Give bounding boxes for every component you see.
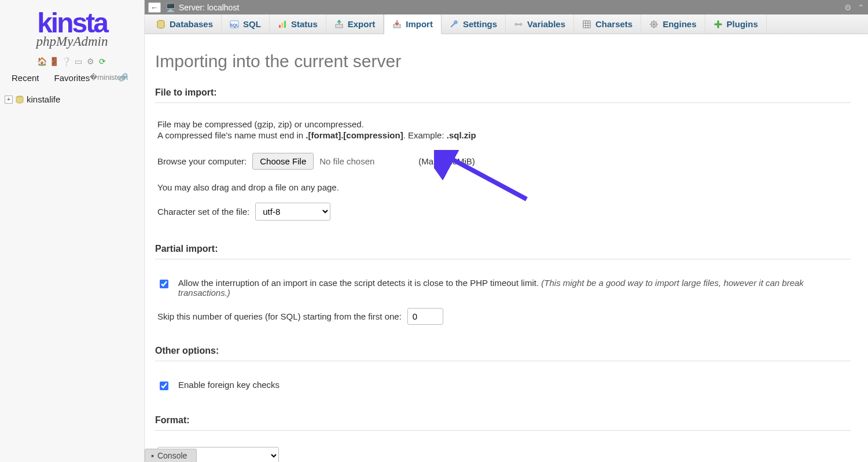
file-hint1: File may be compressed (gzip, zip) or un…: [157, 119, 848, 129]
file-hint2: A compressed file's name must end in .[f…: [157, 130, 848, 140]
expand-icon[interactable]: +: [5, 96, 13, 104]
databases-icon: [156, 20, 165, 29]
settings-icon[interactable]: ⚙: [86, 56, 95, 66]
partial-legend: Partial import:: [155, 244, 851, 254]
svg-point-13: [653, 23, 655, 25]
tab-settings[interactable]: Settings: [442, 14, 506, 34]
other-legend: Other options:: [155, 346, 851, 356]
brand-logo: KInsta: [9, 10, 135, 35]
tab-sql[interactable]: SQL SQL: [222, 14, 270, 34]
collapse-icon[interactable]: 🔗: [119, 73, 128, 82]
tab-variables[interactable]: Variables: [506, 14, 574, 34]
section-partial-import: Partial import:: [155, 244, 851, 259]
sql-icon: SQL: [230, 20, 239, 29]
fk-row: Enable foreign key checks: [157, 377, 848, 399]
tab-databases[interactable]: Databases: [148, 14, 222, 34]
server-titlebar: ← 🖥️ Server: localhost ⚙ ⌃: [145, 0, 868, 14]
logo-block: KInsta phpMyAdmin: [0, 0, 144, 53]
svg-rect-4: [279, 25, 281, 28]
allow-interrupt-row: Allow the interruption of an import in c…: [157, 276, 848, 305]
tab-export[interactable]: Export: [326, 14, 384, 34]
console-toggle[interactable]: ▪ Console: [145, 449, 197, 462]
allow-interrupt-label: Allow the interruption of an import in c…: [178, 278, 848, 298]
foreign-key-label: Enable foreign key checks: [178, 380, 279, 390]
svg-rect-7: [336, 24, 343, 28]
skip-queries-input[interactable]: [407, 308, 443, 325]
svg-text:SQL: SQL: [230, 23, 239, 28]
back-button[interactable]: ←: [148, 2, 161, 13]
home-icon[interactable]: 🏠: [37, 56, 47, 66]
variables-icon: [514, 20, 523, 29]
server-label: Server: localhost: [179, 3, 239, 12]
file-section-legend: File to import:: [155, 87, 851, 98]
no-file-label: No file chosen: [319, 156, 374, 166]
browse-label: Browse your computer:: [157, 156, 247, 166]
import-icon: [392, 20, 402, 29]
plugins-icon: [713, 20, 723, 29]
console-label: Console: [157, 451, 187, 460]
svg-point-10: [520, 23, 523, 25]
docs-icon[interactable]: ❔: [61, 56, 71, 66]
reload-icon[interactable]: ⟳: [98, 56, 108, 66]
server-icon: 🖥️: [165, 3, 175, 12]
page-settings-icon[interactable]: ⚙: [844, 3, 852, 12]
status-icon: [278, 20, 287, 29]
skip-label: Skip this number of queries (for SQL) st…: [157, 311, 402, 321]
tab-recent[interactable]: Recent: [5, 71, 46, 85]
format-body: SQL: [155, 441, 851, 462]
tree-node-db[interactable]: + kinstalife: [5, 93, 142, 105]
format-legend: Format:: [155, 415, 851, 426]
page-title: Importing into the current server: [155, 52, 851, 71]
section-file-to-import: File to import:: [155, 87, 851, 103]
svg-rect-5: [281, 23, 283, 28]
content-area: Importing into the current server File t…: [145, 34, 868, 462]
choose-file-button[interactable]: Choose File: [252, 153, 314, 170]
tab-plugins[interactable]: Plugins: [705, 14, 767, 34]
database-icon: [15, 96, 24, 104]
file-section-body: File may be compressed (gzip, zip) or un…: [155, 113, 851, 224]
brand-sublogo: phpMyAdmin: [9, 34, 135, 49]
other-body: Enable foreign key checks: [155, 372, 851, 402]
wrench-icon: [450, 20, 459, 29]
logout-icon[interactable]: 🚪: [49, 56, 59, 66]
main-panel: ← 🖥️ Server: localhost ⚙ ⌃ Databases SQL…: [145, 0, 868, 462]
sidebar-shortcut-bar: 🏠 🚪 ❔ ▭ ⚙ ⟳: [0, 53, 144, 68]
sql-query-icon[interactable]: ▭: [73, 56, 83, 66]
console-icon: ▪: [151, 451, 154, 460]
tab-engines[interactable]: Engines: [641, 14, 705, 34]
charset-select[interactable]: utf-8: [255, 203, 330, 221]
tab-charsets[interactable]: Charsets: [574, 14, 641, 34]
engines-icon: [649, 20, 659, 29]
tab-import[interactable]: Import: [384, 14, 442, 34]
tab-status[interactable]: Status: [270, 14, 326, 34]
partial-body: Allow the interruption of an import in c…: [155, 270, 851, 328]
sidebar: KInsta phpMyAdmin 🏠 🚪 ❔ ▭ ⚙ ⟳ Recent Fav…: [0, 0, 145, 462]
section-other-options: Other options:: [155, 346, 851, 361]
section-format: Format:: [155, 415, 851, 431]
charset-row: Character set of the file: utf-8: [157, 203, 848, 221]
drag-hint: You may also drag and drop a file on any…: [157, 182, 848, 192]
export-icon: [334, 20, 344, 29]
svg-rect-6: [284, 21, 286, 28]
db-name-label: kinstalife: [27, 94, 60, 104]
allow-interrupt-checkbox[interactable]: [160, 280, 168, 288]
db-tree: + kinstalife: [0, 87, 144, 105]
max-size-label: (Max: 128MiB): [418, 156, 475, 166]
browse-row: Browse your computer: Choose File No fil…: [157, 153, 848, 170]
charset-label: Character set of the file:: [157, 207, 249, 217]
charsets-icon: [582, 20, 591, 29]
page-collapse-icon[interactable]: ⌃: [858, 3, 865, 12]
svg-rect-11: [583, 21, 590, 28]
main-tabs: Databases SQL SQL Status Export Import S…: [145, 14, 868, 34]
foreign-key-checkbox[interactable]: [160, 382, 168, 390]
svg-point-9: [515, 23, 518, 25]
skip-row: Skip this number of queries (for SQL) st…: [157, 308, 848, 325]
